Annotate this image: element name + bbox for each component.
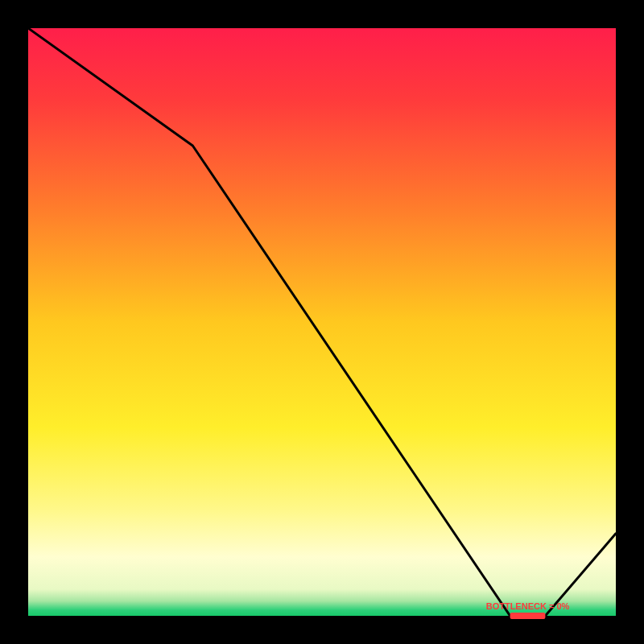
chart-wrapper: TheBottleneck.com BOTTLENECK = 0%	[0, 0, 644, 644]
chart-plot-area	[28, 28, 616, 616]
zero-marker-label: BOTTLENECK = 0%	[486, 601, 570, 611]
chart-svg: BOTTLENECK = 0%	[0, 0, 644, 644]
zero-marker-bar	[510, 613, 546, 619]
